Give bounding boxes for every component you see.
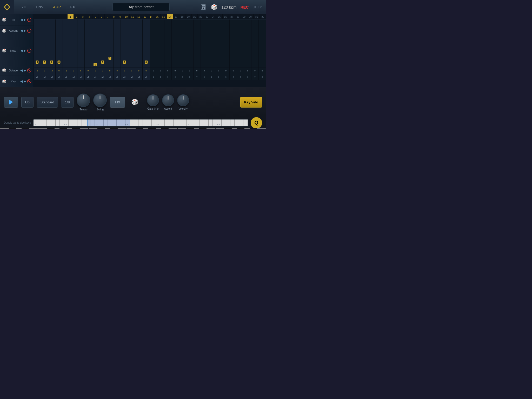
note-cell-11[interactable]: 1: [106, 39, 114, 68]
note-cell-8[interactable]: [85, 39, 92, 68]
accent-row-cell-20[interactable]: [172, 29, 179, 39]
tie-row-cell-21[interactable]: [179, 19, 186, 29]
octave-prev-btn[interactable]: ◀: [20, 69, 23, 72]
accent-row-cell-19[interactable]: [164, 29, 172, 39]
mini-white-key[interactable]: [134, 119, 138, 126]
tie-row-cell-12[interactable]: [114, 19, 121, 29]
key-cell-5[interactable]: all: [63, 74, 70, 80]
accent-row-cell-24[interactable]: [201, 29, 208, 39]
black-key-F#2[interactable]: [47, 128, 54, 129]
mini-white-key[interactable]: [42, 119, 47, 126]
key-cell-15[interactable]: all: [135, 74, 143, 80]
scale-button[interactable]: Standard: [37, 97, 58, 108]
dice-nav-icon[interactable]: 🎲: [211, 4, 217, 10]
note-cell-3[interactable]: 0: [48, 39, 56, 68]
octave-clear-btn[interactable]: 🚫: [27, 68, 31, 72]
octave-cell-17[interactable]: 0: [150, 68, 157, 74]
octave-cell-2[interactable]: 0: [41, 68, 48, 74]
octave-cell-12[interactable]: 0: [114, 68, 121, 74]
mini-white-key[interactable]: [130, 119, 134, 126]
key-cell-26[interactable]: 2: [215, 74, 222, 80]
key-cell-28[interactable]: 4: [230, 74, 237, 80]
mini-white-key[interactable]: [182, 119, 187, 126]
up-mode-button[interactable]: Up: [21, 97, 34, 108]
tie-row-cell-2[interactable]: [41, 19, 48, 29]
octave-cell-25[interactable]: 0: [208, 68, 215, 74]
accent-row-cell-31[interactable]: [251, 29, 259, 39]
tie-row-cell-24[interactable]: [201, 19, 208, 29]
note-cell-4[interactable]: 0: [56, 39, 63, 68]
octave-cell-19[interactable]: 0: [164, 68, 172, 74]
accent-row-cell-30[interactable]: [244, 29, 251, 39]
key-cell-11[interactable]: all: [106, 74, 114, 80]
note-clear-btn[interactable]: 🚫: [27, 49, 31, 53]
key-cell-18[interactable]: 2: [157, 74, 164, 80]
tie-row-cell-7[interactable]: [77, 19, 85, 29]
key-cell-14[interactable]: all: [128, 74, 135, 80]
accent-row-cell-17[interactable]: [150, 29, 157, 39]
octave-cell-5[interactable]: 1: [63, 68, 70, 74]
tie-row-cell-17[interactable]: [150, 19, 157, 29]
note-cell-22[interactable]: [186, 39, 194, 68]
black-key-D#2[interactable]: [22, 128, 29, 129]
note-cell-2[interactable]: 0: [41, 39, 48, 68]
accent-row-cell-1[interactable]: [34, 29, 41, 39]
black-key-C#2[interactable]: [9, 128, 16, 129]
mini-white-key[interactable]: [60, 119, 64, 126]
tie-row-cell-11[interactable]: [106, 19, 114, 29]
note-cell-16[interactable]: 0: [143, 39, 150, 68]
accent-row-cell-13[interactable]: [121, 29, 128, 39]
accent-row-cell-22[interactable]: [186, 29, 194, 39]
mini-white-key[interactable]: [165, 119, 169, 126]
accent-row-cell-2[interactable]: [41, 29, 48, 39]
octave-cell-32[interactable]: 0: [259, 68, 266, 74]
key-cell-23[interactable]: 7: [194, 74, 201, 80]
tab-fx[interactable]: FX: [66, 3, 80, 11]
app-logo[interactable]: [0, 0, 14, 14]
keyboard-minimap[interactable]: C0C1C2C3C4C5C6: [33, 119, 248, 127]
tie-row-cell-9[interactable]: [92, 19, 99, 29]
octave-cell-27[interactable]: 0: [222, 68, 230, 74]
tie-row-cell-16[interactable]: [143, 19, 150, 29]
octave-cell-23[interactable]: 0: [194, 68, 201, 74]
black-key-C#4[interactable]: [186, 128, 194, 129]
black-key-F#3[interactable]: [136, 128, 143, 129]
key-cell-13[interactable]: all: [121, 74, 128, 80]
note-cell-28[interactable]: [230, 39, 237, 68]
note-cell-13[interactable]: 0: [121, 39, 128, 68]
tie-dice-icon[interactable]: 🎲: [2, 18, 6, 22]
gate-time-knob[interactable]: [147, 94, 159, 106]
mini-white-key[interactable]: [213, 119, 217, 126]
mini-white-key[interactable]: [56, 119, 60, 126]
tie-row-cell-31[interactable]: [251, 19, 259, 29]
mini-white-key[interactable]: [51, 119, 56, 126]
accent-prev-btn[interactable]: ◀: [20, 29, 23, 32]
division-button[interactable]: 1/8: [61, 97, 74, 108]
octave-cell-14[interactable]: 0: [128, 68, 135, 74]
octave-cell-1[interactable]: 0: [34, 68, 41, 74]
mini-white-key[interactable]: [195, 119, 200, 126]
key-cell-6[interactable]: all: [70, 74, 77, 80]
note-cell-5[interactable]: [63, 39, 70, 68]
mini-white-key[interactable]: [38, 119, 42, 126]
key-velo-button[interactable]: Key Velo: [240, 97, 262, 108]
mini-white-key[interactable]: [222, 119, 226, 126]
help-button[interactable]: HELP: [252, 5, 262, 9]
tempo-knob[interactable]: [77, 94, 90, 107]
accent-row-cell-4[interactable]: [56, 29, 63, 39]
accent-row-cell-26[interactable]: [215, 29, 222, 39]
accent-row-cell-14[interactable]: [128, 29, 135, 39]
tab-env[interactable]: ENV: [31, 3, 48, 11]
mini-white-key[interactable]: [73, 119, 77, 126]
note-cell-7[interactable]: [77, 39, 85, 68]
tie-next-btn[interactable]: ▶: [24, 18, 26, 22]
accent-clear-btn[interactable]: 🚫: [27, 29, 31, 33]
octave-cell-21[interactable]: 0: [179, 68, 186, 74]
octave-cell-20[interactable]: 0: [172, 68, 179, 74]
tab-arp[interactable]: ARP: [48, 3, 65, 11]
black-key-A#3[interactable]: [161, 128, 168, 129]
tie-row-cell-28[interactable]: [230, 19, 237, 29]
tie-row-cell-26[interactable]: [215, 19, 222, 29]
accent-dice-icon[interactable]: 🎲: [2, 29, 6, 33]
fix-button[interactable]: FIX: [110, 97, 125, 108]
